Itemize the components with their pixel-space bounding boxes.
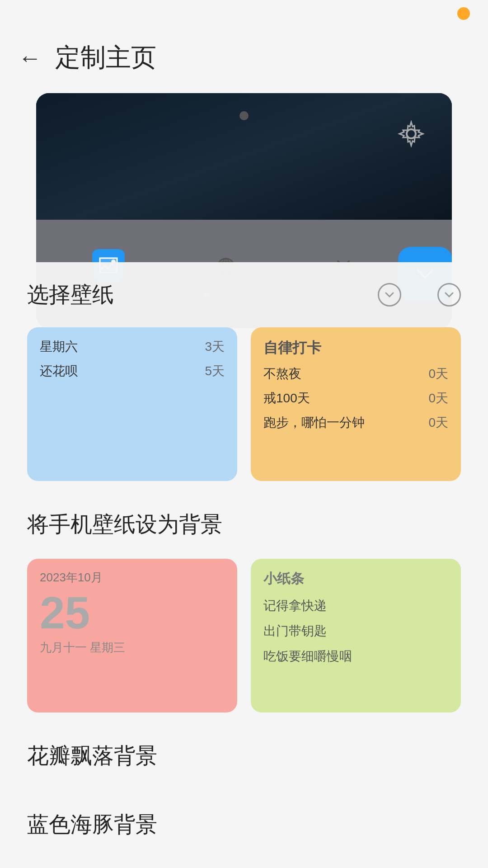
menu-white-bg[interactable]: 白色背景 <box>0 859 488 868</box>
menu-set-wallpaper[interactable]: 将手机壁纸设为背景 <box>0 490 488 559</box>
card-notes[interactable]: 小纸条 记得拿快递 出门带钥匙 吃饭要细嚼慢咽 <box>251 559 461 712</box>
card-notes-header: 小纸条 <box>263 570 448 588</box>
chevron-down-1[interactable] <box>378 283 401 307</box>
card-habit-tracker[interactable]: 星期六 3天 还花呗 5天 <box>27 327 237 481</box>
status-indicator <box>457 7 470 20</box>
header: ← 定制主页 <box>0 27 488 84</box>
card-orange-header: 自律打卡 <box>263 338 448 358</box>
card-row-saturday: 星期六 3天 <box>40 338 225 355</box>
wallpaper-label: 选择壁纸 <box>27 280 114 309</box>
card-note-2: 出门带钥匙 <box>263 623 448 640</box>
wallpaper-select-row[interactable]: 选择壁纸 <box>0 262 488 327</box>
settings-icon[interactable] <box>398 120 425 147</box>
card-row-quit100: 戒100天 0天 <box>263 390 448 407</box>
overlay-menu: 选择壁纸 星期六 3天 还花呗 5天 <box>0 262 488 868</box>
card-row-sleep: 不熬夜 0天 <box>263 365 448 382</box>
card-note-3: 吃饭要细嚼慢咽 <box>263 648 448 665</box>
card-note-1: 记得拿快递 <box>263 597 448 614</box>
card-row-run: 跑步，哪怕一分钟 0天 <box>263 414 448 431</box>
card-date-sub: 九月十一 星期三 <box>40 640 225 656</box>
cards-row-1: 星期六 3天 还花呗 5天 自律打卡 不熬夜 0天 戒100天 0天 跑步，哪怕… <box>0 327 488 481</box>
cards-row-2: 2023年10月 25 九月十一 星期三 小纸条 记得拿快递 出门带钥匙 吃饭要… <box>0 559 488 712</box>
back-button[interactable]: ← <box>18 46 42 70</box>
status-bar <box>0 0 488 27</box>
card-calendar[interactable]: 2023年10月 25 九月十一 星期三 <box>27 559 237 712</box>
card-date-label: 2023年10月 <box>40 570 225 585</box>
menu-petal-bg[interactable]: 花瓣飘落背景 <box>0 722 488 790</box>
menu-blue-dolphin[interactable]: 蓝色海豚背景 <box>0 790 488 859</box>
page-title: 定制主页 <box>55 41 156 75</box>
chevron-down-2[interactable] <box>437 283 461 307</box>
card-self-discipline[interactable]: 自律打卡 不熬夜 0天 戒100天 0天 跑步，哪怕一分钟 0天 <box>251 327 461 481</box>
card-row-huabei: 还花呗 5天 <box>40 363 225 380</box>
preview-background <box>36 93 452 220</box>
camera-dot <box>239 111 249 120</box>
card-date-number: 25 <box>40 590 225 635</box>
